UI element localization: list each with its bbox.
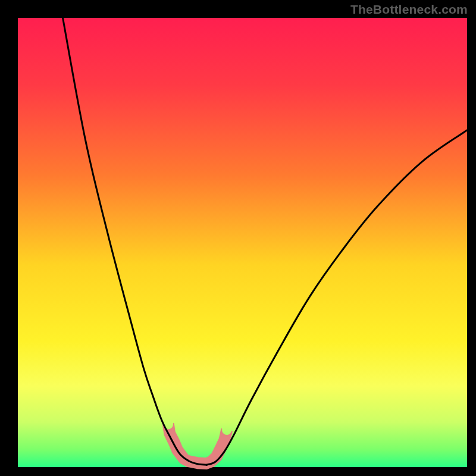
- chart-svg: [0, 0, 476, 476]
- chart-stage: TheBottleneck.com: [0, 0, 476, 476]
- chart-background: [18, 18, 467, 467]
- watermark-label: TheBottleneck.com: [350, 2, 468, 17]
